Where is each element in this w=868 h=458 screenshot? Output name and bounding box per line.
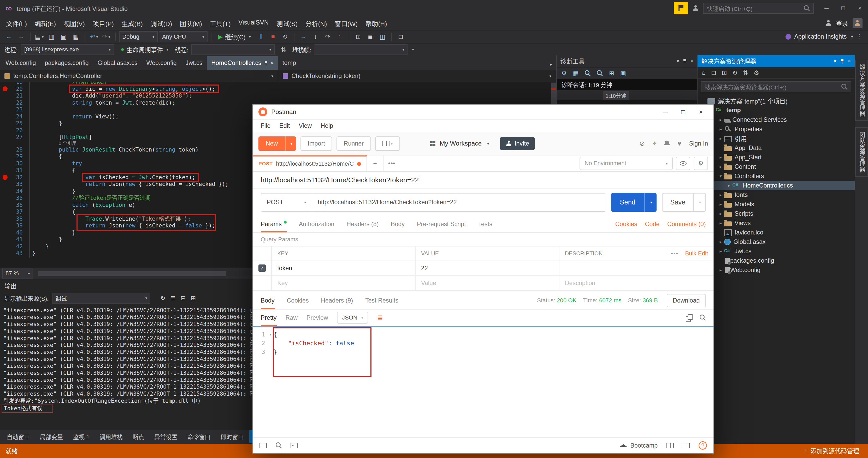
panel-tab[interactable]: 自动窗口 xyxy=(2,430,34,443)
close-panel-icon[interactable]: × xyxy=(848,58,851,64)
interceptor-icon[interactable]: ⌖ xyxy=(653,139,656,148)
breakpoint-gutter[interactable] xyxy=(0,146,10,153)
breakpoint-gutter[interactable] xyxy=(0,167,10,174)
step-over-button[interactable]: ↷ xyxy=(322,31,333,42)
expander-icon[interactable]: ▸ xyxy=(717,192,724,198)
breakpoint-icon[interactable] xyxy=(3,175,7,180)
param-description[interactable] xyxy=(559,261,714,275)
breakpoint-gutter[interactable] xyxy=(0,208,10,216)
expander-icon[interactable]: ▸ xyxy=(717,211,724,217)
expander-icon[interactable]: ▸ xyxy=(717,136,724,141)
response-tab[interactable]: Cookies xyxy=(287,292,309,309)
heart-icon[interactable]: ♥ xyxy=(677,140,681,148)
download-button[interactable]: Download xyxy=(667,294,706,307)
scrollbar-thumb[interactable] xyxy=(38,271,226,276)
tree-item[interactable]: favicon.ico xyxy=(698,228,855,237)
show-next-statement-button[interactable]: → xyxy=(298,31,309,42)
application-insights-dropdown[interactable]: Application Insights xyxy=(794,33,846,40)
runner-button[interactable]: Runner xyxy=(337,136,371,151)
new-button[interactable]: New ▾ xyxy=(258,136,296,151)
breakpoint-icon[interactable] xyxy=(3,86,7,91)
diagnostics-timeline-ruler[interactable]: 1:10分钟 xyxy=(557,90,697,100)
environment-quick-look-button[interactable] xyxy=(676,157,690,170)
pin-icon[interactable] xyxy=(264,61,268,65)
panel-tab[interactable]: 即时窗口 xyxy=(216,430,248,443)
help-icon[interactable]: ? xyxy=(699,441,707,450)
language-dropdown[interactable]: JSON ▾ xyxy=(337,312,368,324)
expander-icon[interactable]: ▸ xyxy=(717,117,724,123)
menubar-item[interactable]: File xyxy=(256,122,275,129)
nav-forward-button[interactable]: → xyxy=(16,31,26,42)
build-browser-icon[interactable] xyxy=(683,443,690,448)
request-tab-authorization[interactable]: Authorization xyxy=(299,216,334,232)
expander-icon[interactable]: ▸ xyxy=(717,155,724,160)
expander-icon[interactable]: ▸ xyxy=(717,220,724,226)
member-dropdown[interactable]: CheckToken(string token) ▾ xyxy=(278,70,557,82)
word-wrap-icon[interactable]: ≣ xyxy=(170,294,176,302)
menubar-item[interactable]: 工具(T) xyxy=(206,18,235,29)
breakpoint-gutter[interactable] xyxy=(0,106,10,113)
lifecycle-events-dropdown[interactable]: ● 生命周期事件 ▾ xyxy=(117,44,172,55)
tab-list-dropdown-icon[interactable]: ▾ xyxy=(550,62,556,70)
save-button[interactable]: Save ▾ xyxy=(662,193,706,212)
show-all-files-icon[interactable]: ⊞ xyxy=(722,69,727,76)
breakpoint-gutter[interactable] xyxy=(0,160,10,167)
output-source-dropdown[interactable]: 调试 ▾ xyxy=(52,293,150,304)
workspace-dropdown[interactable]: My Workspace xyxy=(440,140,482,147)
avatar[interactable] xyxy=(852,18,863,28)
menubar-item[interactable]: 窗口(W) xyxy=(331,18,362,29)
copy-response-icon[interactable] xyxy=(686,314,692,321)
postman-maximize-button[interactable]: □ xyxy=(676,106,690,118)
request-tab-params[interactable]: Params xyxy=(261,216,287,232)
document-tab[interactable]: Web.config xyxy=(142,56,181,70)
find-icon[interactable] xyxy=(276,443,282,448)
step-into-button[interactable]: ↓ xyxy=(310,31,321,42)
response-view-tab[interactable]: Raw xyxy=(285,309,298,326)
toolbar-overflow-icon[interactable]: ▾ xyxy=(412,47,414,52)
clear-all-icon[interactable]: ⊟ xyxy=(181,294,186,302)
add-to-source-control-button[interactable]: 添加到源代码管理 xyxy=(811,446,859,455)
expander-icon[interactable]: ▸ xyxy=(717,127,724,132)
response-tab[interactable]: Test Results xyxy=(365,292,398,309)
bulk-edit-link[interactable]: Bulk Edit xyxy=(685,250,708,257)
document-tab[interactable]: Global.asax.cs xyxy=(93,56,142,70)
menubar-item[interactable]: VisualSVN xyxy=(235,18,273,29)
request-tab-pre-request-script[interactable]: Pre-request Script xyxy=(417,216,466,232)
breakpoint-gutter[interactable] xyxy=(0,174,10,181)
tree-item[interactable]: ▾Controllers xyxy=(698,171,855,181)
zoom-out-icon[interactable] xyxy=(597,70,603,76)
response-body[interactable]: 1▾{2 "isChecked": false3} xyxy=(253,326,713,438)
tree-item[interactable]: packages.config xyxy=(698,256,855,265)
save-all-button[interactable]: ▦ xyxy=(70,31,81,42)
vs-close-button[interactable]: × xyxy=(851,1,868,16)
import-button[interactable]: Import xyxy=(301,136,332,151)
console-icon[interactable] xyxy=(290,443,298,448)
solution-explorer-search[interactable]: 搜索解决方案资源管理器(Ctrl+;) xyxy=(701,81,851,92)
nav-back-button[interactable]: ← xyxy=(3,31,14,42)
document-tab[interactable]: Web.config xyxy=(1,56,40,70)
breakpoint-gutter[interactable] xyxy=(0,229,10,236)
tree-item[interactable]: ▸HomeController.cs xyxy=(698,181,855,190)
url-input[interactable]: http://localhost:51132/Home/CheckToken?t… xyxy=(312,193,606,212)
param-value-placeholder[interactable]: Value xyxy=(415,276,559,290)
environment-dropdown[interactable]: No Environment ▾ xyxy=(580,157,673,170)
tree-item[interactable]: ▸Views xyxy=(698,219,855,228)
request-tab-headers-8-[interactable]: Headers (8) xyxy=(346,216,378,232)
sidebar-toggle-icon[interactable] xyxy=(259,443,267,448)
menubar-item[interactable]: 生成(B) xyxy=(118,18,147,29)
select-all-cell[interactable] xyxy=(253,247,272,260)
tree-item[interactable]: ▸Scripts xyxy=(698,209,855,218)
tool-window-tab[interactable]: 团队资源管理器 xyxy=(855,127,868,176)
breakpoint-gutter[interactable] xyxy=(0,195,10,202)
notifications-flag-button[interactable] xyxy=(674,2,688,14)
immediate-window-button[interactable]: ◫ xyxy=(377,31,388,42)
menubar-item[interactable]: 团队(M) xyxy=(176,18,206,29)
row-checkbox[interactable]: ✓ xyxy=(258,264,266,272)
notifications-bell-icon[interactable] xyxy=(664,140,670,146)
breakpoint-gutter[interactable] xyxy=(0,222,10,229)
open-new-window-button[interactable]: ▾ xyxy=(375,136,400,151)
request-tab-body[interactable]: Body xyxy=(391,216,405,232)
menubar-item[interactable]: 测试(S) xyxy=(273,18,302,29)
breakpoint-gutter[interactable] xyxy=(0,243,10,250)
pin-icon[interactable] xyxy=(840,59,844,63)
